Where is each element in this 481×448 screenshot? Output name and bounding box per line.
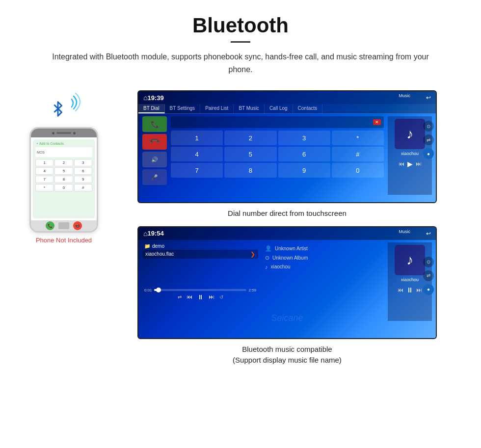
artist-name: Unknown Artist: [275, 246, 308, 251]
mic-button[interactable]: 🎤: [142, 169, 167, 185]
phone-key-5[interactable]: 5: [54, 167, 73, 175]
folder-row: 📁 demo: [142, 242, 258, 250]
phone-key-hash[interactable]: #: [74, 184, 92, 191]
play-pause-btn[interactable]: ⏸: [197, 293, 204, 301]
num-0[interactable]: 0: [332, 163, 384, 178]
car-screen-1: ⌂ 19:39 ↩ Music BT Dial BT Settings Pair…: [137, 90, 437, 203]
phone-screen-inner: + Add to Contacts MOS 1 2 3 4 5 6 7: [33, 139, 95, 218]
play-button-1[interactable]: ▶: [407, 160, 413, 168]
time-end: 2:59: [248, 288, 256, 292]
phone-key-8[interactable]: 8: [54, 176, 73, 183]
phone-speaker: [56, 132, 71, 134]
tab-call-log[interactable]: Call Log: [265, 104, 293, 113]
phone-key-7[interactable]: 7: [35, 176, 53, 183]
num-3[interactable]: 3: [278, 131, 330, 145]
song-icon: ♪: [265, 264, 268, 270]
bottom-controls: ⇄ ⏮ ⏸ ⏭ ↺: [142, 292, 258, 302]
prev-track-button[interactable]: ⏮: [399, 160, 404, 167]
screen2-caption-line1: Bluetooth music compatible: [242, 345, 332, 353]
num-9[interactable]: 9: [278, 163, 330, 178]
repeat-icon[interactable]: ↺: [219, 294, 223, 300]
phone-key-1[interactable]: 1: [35, 159, 53, 166]
phone-key-6[interactable]: 6: [74, 167, 92, 175]
content-row: + Add to Contacts MOS 1 2 3 4 5 6 7: [0, 80, 481, 376]
num-4[interactable]: 4: [171, 147, 223, 161]
prev-btn[interactable]: ⏮: [187, 293, 192, 300]
phone-home-btn[interactable]: [58, 222, 69, 229]
file-row[interactable]: xiaochou.flac ❯: [142, 250, 258, 259]
num-2[interactable]: 2: [224, 131, 276, 145]
screen1-topbar: ⌂ 19:39 ↩: [138, 91, 436, 104]
artist-row: 👤 Unknown Artist: [265, 245, 381, 252]
side-icon-3[interactable]: ●: [423, 148, 434, 159]
num-hash[interactable]: #: [332, 147, 384, 161]
end-call-button[interactable]: 📞: [142, 134, 167, 150]
screen2-caption-line2: (Support display music file name): [233, 356, 342, 364]
music-note-icon: ♪: [406, 126, 413, 142]
next-track-button[interactable]: ⏭: [416, 160, 422, 167]
prev-track-btn-2[interactable]: ⏮: [398, 287, 403, 293]
progress-dot: [156, 288, 161, 292]
phone-key-9[interactable]: 9: [74, 176, 92, 183]
song-name: xiaochou: [271, 264, 291, 269]
phone-key-0[interactable]: 0: [54, 184, 73, 191]
call-button[interactable]: 📞: [142, 116, 167, 132]
play-pause-btn-2[interactable]: ⏸: [406, 286, 413, 294]
file-name: xiaochou.flac: [145, 251, 174, 257]
screen2-music-area: 📁 demo xiaochou.flac ❯ 0:01: [138, 240, 436, 323]
next-track-btn-2[interactable]: ⏭: [416, 287, 422, 293]
phone-not-included-label: Phone Not Included: [36, 237, 92, 244]
screen2-caption: Bluetooth music compatible (Support disp…: [233, 344, 342, 366]
num-5[interactable]: 5: [224, 147, 276, 161]
num-star[interactable]: *: [332, 131, 384, 145]
num-6[interactable]: 6: [278, 147, 330, 161]
speaker-button[interactable]: 🔊: [142, 152, 167, 167]
side-icon-2-2[interactable]: ⇌: [423, 270, 434, 281]
side-icon-1[interactable]: ⊙: [423, 121, 434, 132]
side-icon-2-3[interactable]: ●: [423, 284, 434, 295]
music-label-2: Music: [399, 229, 410, 234]
folder-icon: 📁: [144, 243, 150, 249]
back-icon-2[interactable]: ↩: [426, 230, 431, 237]
home-icon[interactable]: ⌂: [143, 94, 147, 102]
phone-key-2[interactable]: 2: [54, 159, 73, 166]
phone-add-contacts: + Add to Contacts: [34, 141, 93, 146]
side-icon-2[interactable]: ⇌: [423, 134, 434, 145]
wifi-signal-icon: [61, 92, 82, 112]
back-icon[interactable]: ↩: [426, 94, 431, 101]
album-name: Unknown Album: [272, 255, 308, 261]
delete-button[interactable]: ✕: [373, 119, 381, 125]
phone-call-btn[interactable]: 📞: [46, 221, 54, 230]
phone-key-3[interactable]: 3: [74, 159, 92, 166]
bluetooth-signal-graphic: [44, 90, 83, 125]
music-file-browser: 📁 demo xiaochou.flac ❯ 0:01: [142, 242, 258, 321]
num-8[interactable]: 8: [224, 163, 276, 178]
dial-left-buttons: 📞 📞 🔊 🎤: [142, 116, 167, 195]
screen2-topbar: ⌂ 19:54 ↩: [138, 227, 436, 240]
tab-paired-list[interactable]: Paired List: [200, 104, 234, 113]
album-art-2: ♪: [395, 245, 425, 275]
tab-contacts[interactable]: Contacts: [293, 104, 322, 113]
progress-bar[interactable]: [154, 289, 247, 291]
track-name-2: xiaochou: [401, 277, 419, 282]
music-controls-1: ⏮ ▶ ⏭: [399, 160, 422, 168]
page-header: Bluetooth Integrated with Bluetooth modu…: [0, 0, 481, 80]
home-icon-2[interactable]: ⌂: [143, 230, 147, 237]
music-metadata: 👤 Unknown Artist ⊙ Unknown Album ♪ xiaoc…: [262, 242, 384, 321]
phone-end-btn[interactable]: 📵: [73, 221, 82, 230]
phone-sensor: [73, 132, 76, 134]
tab-bt-settings[interactable]: BT Settings: [165, 104, 201, 113]
shuffle-icon[interactable]: ⇄: [178, 294, 182, 300]
phone-key-star[interactable]: *: [35, 184, 53, 191]
phone-key-4[interactable]: 4: [35, 167, 53, 175]
page-container: Bluetooth Integrated with Bluetooth modu…: [0, 0, 481, 376]
tab-bt-music[interactable]: BT Music: [234, 104, 265, 113]
phone-bottom-bar: 📞 📵: [31, 220, 97, 231]
tab-bt-dial[interactable]: BT Dial: [138, 104, 165, 113]
dial-input-row: ✕: [171, 116, 384, 128]
next-btn[interactable]: ⏭: [209, 293, 214, 300]
side-icon-2-1[interactable]: ⊙: [423, 257, 434, 267]
num-7[interactable]: 7: [171, 163, 223, 178]
num-1[interactable]: 1: [171, 131, 223, 145]
screens-section: ⌂ 19:39 ↩ Music BT Dial BT Settings Pair…: [118, 90, 456, 366]
